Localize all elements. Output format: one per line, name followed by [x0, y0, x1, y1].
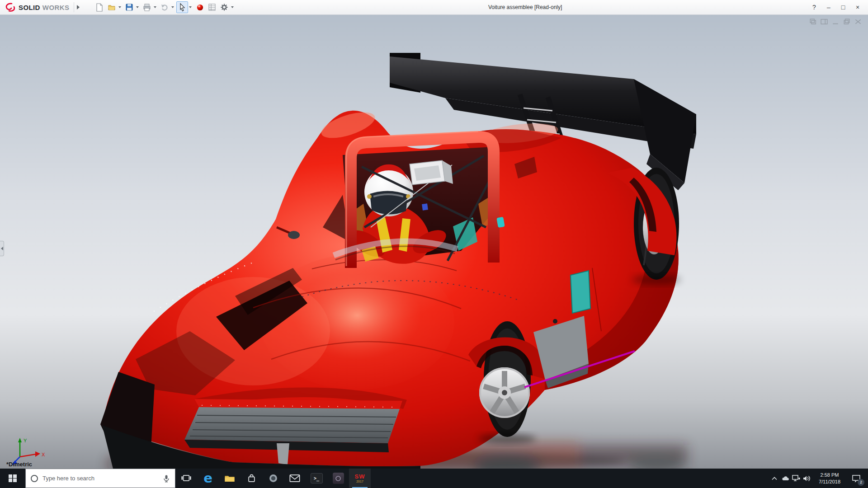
edge-browser-button[interactable]: e: [197, 469, 219, 488]
mail-button[interactable]: [284, 469, 306, 488]
taskbar-clock[interactable]: 2:58 PM 7/11/2018: [812, 472, 847, 485]
solidworks-logo: SOLIDWORKS: [0, 2, 69, 12]
undo-button[interactable]: [159, 1, 170, 13]
folder-icon: [224, 474, 235, 483]
action-center-button[interactable]: 2: [847, 469, 866, 488]
network-icon: [792, 475, 800, 482]
save-dropdown-arrow[interactable]: [136, 6, 139, 8]
gear-icon: [220, 3, 228, 11]
feature-tree-collapse-tab[interactable]: [0, 241, 4, 256]
undo-icon: [160, 3, 169, 11]
3d-viewport-canvas[interactable]: Y X: [0, 15, 868, 469]
open-button[interactable]: [106, 1, 118, 13]
window-controls: ? – □ ×: [807, 2, 868, 13]
print-button[interactable]: [141, 1, 153, 13]
notification-badge: 2: [858, 479, 864, 486]
chevron-up-icon: [772, 477, 777, 480]
system-tray: 2:58 PM 7/11/2018 2: [769, 469, 868, 488]
report-table-icon: [208, 3, 216, 11]
taskbar-search[interactable]: Type here to search: [25, 469, 175, 488]
shopping-bag-icon: [247, 474, 256, 483]
split-pane-icon[interactable]: [821, 19, 828, 25]
close-button[interactable]: ×: [851, 2, 864, 13]
help-button[interactable]: ?: [807, 2, 821, 13]
network-tray-button[interactable]: [791, 469, 802, 488]
print-icon: [143, 3, 151, 12]
quick-toolbar: [94, 1, 236, 13]
clock-time: 2:58 PM: [812, 472, 847, 478]
options-button[interactable]: [218, 1, 230, 13]
open-folder-icon: [108, 3, 116, 11]
brand-works: WORKS: [42, 4, 70, 11]
triad-y-label: Y: [24, 438, 27, 443]
graphics-area: Y X *Dimetric: [0, 15, 868, 469]
volume-tray-button[interactable]: [802, 469, 812, 488]
file-explorer-button[interactable]: [219, 469, 241, 488]
cortana-ring-icon: [30, 474, 38, 483]
task-view-button[interactable]: [175, 469, 197, 488]
dash-blue-tag: [422, 203, 428, 211]
open-dropdown-arrow[interactable]: [118, 6, 121, 8]
realview-sphere-button[interactable]: [194, 1, 206, 13]
undo-dropdown-arrow[interactable]: [171, 6, 174, 8]
circle-app-icon: [269, 474, 278, 483]
document-window-controls: [809, 19, 862, 25]
mail-envelope-icon: [289, 474, 300, 482]
solidworks-app-icon: SW 2017: [355, 474, 365, 483]
collapse-arrow-icon: [1, 247, 3, 250]
edge-icon: e: [203, 472, 212, 485]
minimize-button[interactable]: –: [822, 2, 835, 13]
terminal-button[interactable]: >_: [306, 469, 327, 488]
terminal-icon: >_: [311, 473, 323, 483]
cascade-windows-icon[interactable]: [809, 19, 816, 25]
solidworks-app-button[interactable]: SW 2017: [349, 469, 371, 488]
onedrive-tray-button[interactable]: [780, 469, 791, 488]
intake-box: [410, 160, 453, 185]
save-floppy-icon: [125, 3, 133, 11]
new-document-button[interactable]: [94, 1, 105, 13]
flyout-arrow-icon: [77, 5, 80, 9]
triad-x-label: X: [42, 452, 45, 457]
report-button[interactable]: [206, 1, 218, 13]
save-button[interactable]: [123, 1, 135, 13]
new-document-icon: [95, 3, 104, 12]
toolbar-flyout-button[interactable]: [74, 2, 82, 12]
brand-solid: SOLID: [19, 4, 40, 11]
start-button[interactable]: [0, 469, 25, 488]
doc-minimize-icon[interactable]: [832, 19, 839, 25]
front-wheel-shadow: [478, 434, 536, 443]
doc-close-icon[interactable]: [854, 19, 862, 25]
browser-circle-button[interactable]: [262, 469, 284, 488]
dark-app-icon: [333, 473, 344, 484]
options-dropdown-arrow[interactable]: [231, 6, 234, 8]
window-title: Voiture assemblee [Read-only]: [488, 4, 562, 10]
task-view-icon: [181, 474, 192, 482]
store-button[interactable]: [241, 469, 262, 488]
tray-overflow-button[interactable]: [769, 469, 780, 488]
microphone-icon[interactable]: [162, 474, 170, 483]
windows-taskbar: Type here to search e: [0, 469, 868, 488]
select-dropdown-arrow[interactable]: [189, 6, 192, 8]
cloud-icon: [781, 476, 789, 481]
select-tool-button[interactable]: [176, 1, 188, 13]
app-titlebar: SOLIDWORKS: [0, 0, 868, 15]
search-placeholder: Type here to search: [42, 475, 158, 482]
windows-logo-icon: [9, 474, 17, 483]
maximize-button[interactable]: □: [836, 2, 850, 13]
rear-wheel-shadow: [632, 275, 681, 284]
print-dropdown-arrow[interactable]: [154, 6, 156, 8]
ds-swirl-icon: [5, 2, 16, 12]
speaker-icon: [803, 475, 811, 482]
dark-app-button[interactable]: [327, 469, 349, 488]
clock-date: 7/11/2018: [812, 479, 847, 485]
doc-restore-icon[interactable]: [843, 19, 850, 25]
red-sphere-icon: [196, 4, 204, 11]
select-cursor-icon: [178, 3, 187, 12]
view-orientation-label: *Dimetric: [6, 461, 32, 468]
